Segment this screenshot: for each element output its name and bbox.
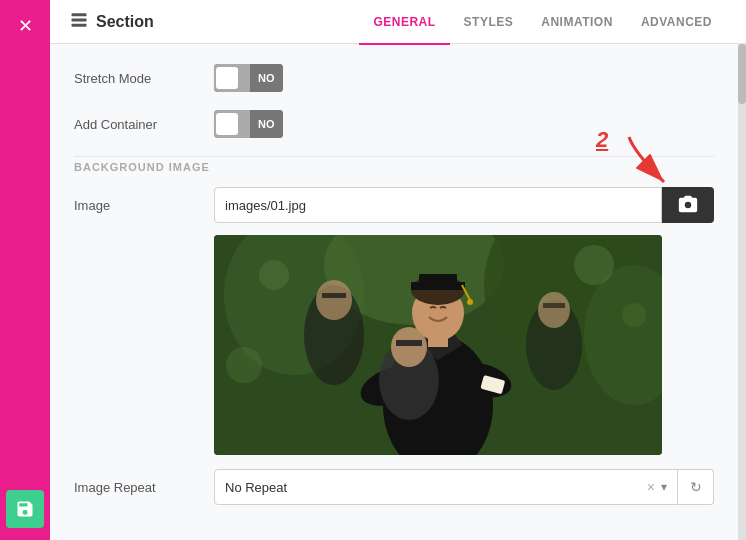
graduation-image <box>214 235 662 455</box>
refresh-icon: ↻ <box>690 479 702 495</box>
tab-general[interactable]: GENERAL <box>359 1 449 45</box>
image-repeat-refresh-button[interactable]: ↻ <box>678 469 714 505</box>
svg-point-12 <box>226 347 262 383</box>
image-preview <box>214 235 662 455</box>
image-label: Image <box>74 198 214 213</box>
svg-point-10 <box>574 245 614 285</box>
svg-point-9 <box>259 260 289 290</box>
image-picker-button[interactable] <box>662 187 714 223</box>
svg-rect-2 <box>72 23 87 26</box>
svg-rect-15 <box>322 293 346 298</box>
image-input[interactable] <box>214 187 662 223</box>
toggle-no-label-2: NO <box>250 110 283 138</box>
bg-image-section-header: BACKGROUND IMAGE <box>74 156 714 173</box>
stretch-mode-toggle[interactable]: NO <box>214 64 283 92</box>
sidebar-bottom <box>6 490 44 528</box>
toggle-knob <box>216 67 238 89</box>
sidebar: ✕ <box>0 0 50 540</box>
header-tabs: GENERAL STYLES ANIMATION ADVANCED <box>359 0 726 44</box>
section-widget-icon <box>70 11 88 29</box>
chevron-down-icon: ▾ <box>661 480 667 494</box>
image-repeat-clear[interactable]: × <box>647 479 655 495</box>
svg-rect-0 <box>72 13 87 16</box>
sidebar-top: ✕ <box>11 12 39 40</box>
toggle-track <box>214 64 250 92</box>
panel-body: Stretch Mode NO Add Container NO <box>50 44 738 540</box>
image-field-row: Image 2 <box>74 187 714 223</box>
close-button[interactable]: ✕ <box>11 12 39 40</box>
svg-point-14 <box>316 280 352 320</box>
add-container-row: Add Container NO <box>74 110 714 138</box>
svg-point-32 <box>391 327 427 367</box>
toggle-track-2 <box>214 110 250 138</box>
save-button[interactable] <box>6 490 44 528</box>
scrollbar-thumb[interactable] <box>738 44 746 104</box>
stretch-mode-label: Stretch Mode <box>74 71 214 86</box>
add-container-toggle[interactable]: NO <box>214 110 283 138</box>
image-btn-wrapper: 2 <box>662 187 714 223</box>
toggle-knob-2 <box>216 113 238 135</box>
image-repeat-select[interactable]: No Repeat × ▾ <box>214 469 678 505</box>
svg-rect-28 <box>419 274 457 284</box>
svg-point-30 <box>467 299 473 305</box>
panel-title: Section <box>96 13 359 31</box>
svg-rect-33 <box>396 340 422 346</box>
main-panel: Section GENERAL STYLES ANIMATION ADVANCE… <box>50 0 746 540</box>
image-preview-wrapper <box>214 235 714 455</box>
tab-styles[interactable]: STYLES <box>450 1 528 45</box>
add-container-label: Add Container <box>74 117 214 132</box>
image-repeat-label: Image Repeat <box>74 480 214 495</box>
stretch-mode-row: Stretch Mode NO <box>74 64 714 92</box>
scrollbar[interactable] <box>738 44 746 540</box>
camera-icon <box>677 194 699 216</box>
svg-point-11 <box>622 303 646 327</box>
image-repeat-value: No Repeat <box>225 480 647 495</box>
svg-rect-18 <box>543 303 565 308</box>
save-icon <box>15 499 35 519</box>
panel-body-wrapper: Stretch Mode NO Add Container NO <box>50 44 746 540</box>
svg-point-17 <box>538 292 570 328</box>
section-icon <box>70 11 88 33</box>
tab-advanced[interactable]: ADVANCED <box>627 1 726 45</box>
image-repeat-row: Image Repeat No Repeat × ▾ ↻ <box>74 469 714 505</box>
svg-rect-1 <box>72 18 87 21</box>
header: Section GENERAL STYLES ANIMATION ADVANCE… <box>50 0 746 44</box>
tab-animation[interactable]: ANIMATION <box>527 1 627 45</box>
toggle-no-label: NO <box>250 64 283 92</box>
